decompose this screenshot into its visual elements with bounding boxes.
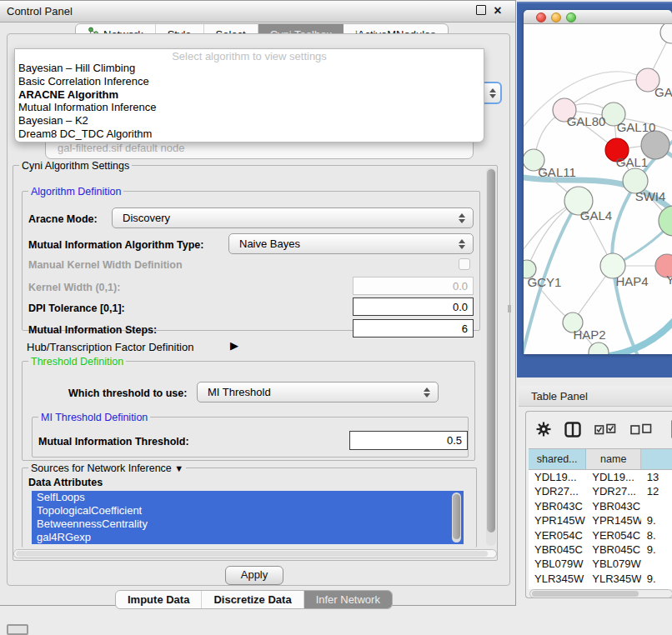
table-row[interactable]: YDL19...YDL19...13 xyxy=(529,470,672,484)
node-label: SWI4 xyxy=(635,189,666,203)
screen: Control Panel × Network S xyxy=(0,0,672,635)
attribute-item[interactable]: gal4RGexp xyxy=(32,531,464,544)
dock-grip-icon[interactable] xyxy=(7,624,28,635)
combo-value: MI Threshold xyxy=(208,386,271,398)
mi-algorithm-type-combobox[interactable]: Naive Bayes xyxy=(228,233,474,254)
tab-impute-data[interactable]: Impute Data xyxy=(116,591,202,608)
algorithm-option[interactable]: Bayesian – K2 xyxy=(15,114,484,128)
table-cell xyxy=(641,557,672,571)
zoom-window-icon[interactable] xyxy=(566,12,576,22)
data-attributes-label: Data Attributes xyxy=(28,477,103,488)
group-title: Cyni Algorithm Settings xyxy=(19,160,132,172)
node-label: Y xyxy=(666,272,672,287)
algorithm-option[interactable]: Basic Correlation Inference xyxy=(15,75,484,88)
table-row[interactable]: YLR345WYLR345W9. xyxy=(529,572,672,586)
node-table: shared...name YDL19...YDL19...13YDR27...… xyxy=(529,448,672,589)
table-cell: YBR043C xyxy=(529,499,586,513)
expand-triangle-icon[interactable]: ▶ xyxy=(230,339,238,352)
table-cell: YDL19... xyxy=(586,470,641,484)
table-cell: 9. xyxy=(641,542,672,557)
apply-button[interactable]: Apply xyxy=(225,566,283,585)
table-row[interactable]: YBL079WYBL079W xyxy=(529,557,672,571)
node-label: GAL xyxy=(654,85,672,99)
data-attributes-list[interactable]: SelfLoopsTopologicalCoefficientBetweenne… xyxy=(32,491,464,544)
gear-icon[interactable] xyxy=(536,422,551,437)
group-title: Algorithm Definition xyxy=(28,186,123,198)
table-row[interactable]: YBR045CYBR045C9. xyxy=(529,542,672,557)
algorithm-dropdown-popup: Select algorithm to view settings Bayesi… xyxy=(14,48,484,142)
tab-label: Infer Network xyxy=(316,593,380,606)
manual-kernel-checkbox[interactable] xyxy=(459,258,470,270)
table-row[interactable]: YER054CYER054C8. xyxy=(529,528,672,542)
scrollbar-thumb[interactable] xyxy=(532,591,639,597)
table-body: YDL19...YDL19...13YDR27...YDR27...12YBR0… xyxy=(529,470,672,589)
combo-arrows-icon xyxy=(489,88,496,98)
combo-arrows-icon xyxy=(424,388,430,398)
column-header[interactable]: shared... xyxy=(529,449,586,469)
panel-title: Control Panel xyxy=(7,5,73,18)
node-label: GAL1 xyxy=(616,155,648,169)
combo-arrows-icon xyxy=(459,213,465,223)
close-window-icon[interactable] xyxy=(536,12,546,22)
close-panel-icon[interactable]: × xyxy=(492,5,504,17)
table-cell: YER054C xyxy=(529,528,586,542)
algorithm-option[interactable]: Bayesian – Hill Climbing xyxy=(15,62,484,75)
scrollbar-thumb[interactable] xyxy=(453,494,460,539)
attribute-item[interactable]: BetweennessCentrality xyxy=(32,518,464,531)
pane-divider-handle[interactable] xyxy=(508,305,511,312)
table-cell: YPR145W xyxy=(529,513,586,528)
algorithm-option[interactable]: Mutual Information Inference xyxy=(15,101,484,114)
network-window-titlebar[interactable] xyxy=(524,10,672,24)
column-header[interactable] xyxy=(641,449,672,469)
which-threshold-label: Which threshold to use: xyxy=(68,388,187,399)
which-threshold-combobox[interactable]: MI Threshold xyxy=(197,382,439,402)
node-label: GCY1 xyxy=(528,275,562,289)
dpi-tolerance-label: DPI Tolerance [0,1]: xyxy=(28,302,125,314)
scrollbar-thumb[interactable] xyxy=(16,551,488,557)
dpi-tolerance-field[interactable]: 0.0 xyxy=(353,298,474,316)
attribute-item[interactable]: SelfLoops xyxy=(32,491,464,504)
mi-steps-field[interactable]: 6 xyxy=(353,319,474,338)
network-canvas[interactable]: GALGAL80GAL10GAL1GAL11SWI4GAL4GCY1HAP4YH… xyxy=(524,24,672,354)
table-row[interactable]: YDR27...YDR27...12 xyxy=(529,484,672,498)
unchecked-checkboxes-icon[interactable] xyxy=(630,423,653,435)
table-toolbar xyxy=(526,412,672,447)
kernel-width-field[interactable]: 0.0 xyxy=(353,277,474,295)
table-cell: 9. xyxy=(641,572,672,586)
algorithm-option[interactable]: Dream8 DC_TDC Algorithm xyxy=(15,128,484,141)
settings-horizontal-scrollbar[interactable] xyxy=(13,549,497,558)
table-horizontal-scrollbar[interactable] xyxy=(529,589,672,598)
table-row[interactable]: YBR043CYBR043C xyxy=(529,499,672,513)
network-node[interactable] xyxy=(660,24,672,43)
tab-discretize-data[interactable]: Discretize Data xyxy=(202,591,303,608)
minimize-window-icon[interactable] xyxy=(551,12,561,22)
bottom-tabbar: Impute Data Discretize Data Infer Networ… xyxy=(115,590,393,609)
settings-vertical-scrollbar[interactable] xyxy=(486,168,496,546)
table-panel-header: Table Panel xyxy=(519,386,672,407)
attributes-scrollbar[interactable] xyxy=(452,492,461,542)
column-header[interactable]: name xyxy=(586,449,641,469)
network-node[interactable] xyxy=(659,206,672,236)
table-cell: YDR27... xyxy=(529,484,586,498)
float-panel-icon[interactable] xyxy=(475,5,487,17)
algorithm-option[interactable]: ARACNE Algorithm xyxy=(15,88,484,102)
tab-label: Discretize Data xyxy=(213,593,291,606)
tab-infer-network[interactable]: Infer Network xyxy=(304,591,392,608)
manual-kernel-width-label: Manual Kernel Width Definition xyxy=(28,259,183,271)
node-label: HAP4 xyxy=(615,274,648,288)
tab-label: Impute Data xyxy=(128,593,189,606)
attribute-item[interactable]: TopologicalCoefficient xyxy=(32,504,464,518)
scrollbar-thumb[interactable] xyxy=(487,169,495,532)
columns-icon[interactable] xyxy=(564,422,581,438)
dropdown-placeholder: Select algorithm to view settings xyxy=(15,49,484,62)
aracne-mode-combobox[interactable]: Discovery xyxy=(112,208,474,228)
table-header-row: shared...name xyxy=(529,448,672,470)
table-row[interactable]: YPR145WYPR145W9. xyxy=(529,513,672,528)
collapse-triangle-icon[interactable]: ▼ xyxy=(174,463,183,473)
mi-steps-label: Mutual Information Steps: xyxy=(28,324,157,336)
table-cell: YLR345W xyxy=(529,572,586,586)
mi-threshold-field[interactable]: 0.5 xyxy=(349,431,468,450)
table-cell: 8. xyxy=(641,528,672,542)
checked-checkboxes-icon[interactable] xyxy=(594,423,617,435)
table-cell: 13 xyxy=(641,470,672,484)
